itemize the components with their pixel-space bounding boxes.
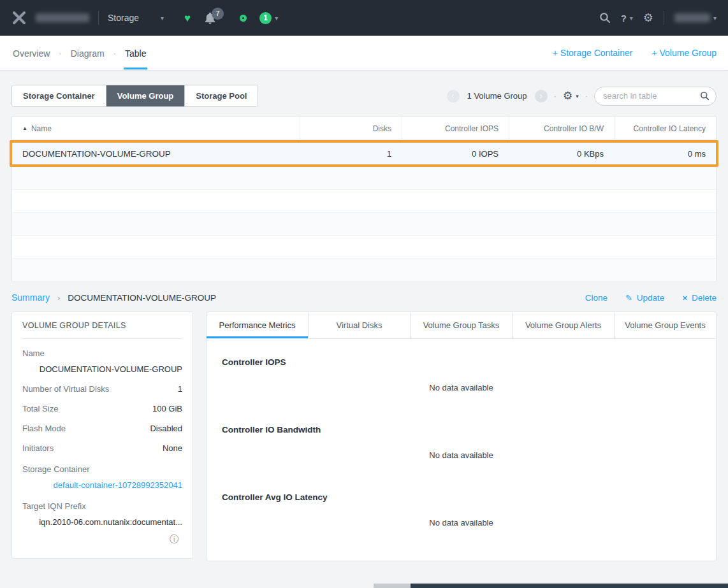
cluster-name-redacted[interactable] bbox=[36, 13, 89, 22]
subnav-tabs: Overview · Diagram · Table bbox=[11, 36, 147, 70]
field-initiators: Initiators None bbox=[22, 433, 182, 453]
add-storage-container-button[interactable]: + Storage Container bbox=[553, 48, 633, 58]
metric-controller-io-bandwidth: Controller IO Bandwidth No data availabl… bbox=[207, 406, 716, 474]
page-next-button[interactable]: › bbox=[535, 90, 548, 103]
entity-detail-panel: Performance Metrics Virtual Disks Volume… bbox=[206, 312, 717, 561]
chevron-down-icon: ▾ bbox=[576, 93, 579, 99]
column-header-controller-iops[interactable]: Controller IOPS bbox=[402, 117, 509, 140]
background-window-edge bbox=[374, 584, 411, 588]
column-header-name[interactable]: ▲ Name bbox=[12, 117, 300, 140]
gear-icon: ⚙ bbox=[563, 89, 572, 103]
table-toolbar: Storage Container Volume Group Storage P… bbox=[11, 85, 717, 107]
field-total-size: Total Size 100 GiB bbox=[22, 394, 182, 413]
main-content: Storage Container Volume Group Storage P… bbox=[0, 85, 728, 561]
chevron-down-icon: ▾ bbox=[275, 15, 278, 22]
tab-volume-group-alerts[interactable]: Volume Group Alerts bbox=[513, 312, 615, 338]
topbar-right: ? ▾ ⚙ ▾ bbox=[599, 11, 717, 25]
table-header-row: ▲ Name Disks Controller IOPS Controller … bbox=[12, 117, 716, 140]
metric-empty-label: No data available bbox=[222, 450, 701, 460]
tab-volume-group-tasks[interactable]: Volume Group Tasks bbox=[411, 312, 513, 338]
field-label: Number of Virtual Disks bbox=[22, 384, 109, 394]
summary-link[interactable]: Summary bbox=[11, 292, 50, 303]
field-value: DOCUMENTATION-VOLUME-GROUP bbox=[22, 364, 182, 374]
cell-name: DOCUMENTATION-VOLUME-GROUP bbox=[12, 149, 300, 159]
background-window-edge bbox=[411, 584, 728, 588]
column-header-controller-io-latency[interactable]: Controller IO Latency bbox=[614, 117, 716, 140]
volume-group-details-panel: VOLUME GROUP DETAILS Name DOCUMENTATION-… bbox=[11, 312, 193, 559]
tab-virtual-disks[interactable]: Virtual Disks bbox=[309, 312, 411, 338]
view-button-volume-group[interactable]: Volume Group bbox=[106, 85, 186, 106]
update-label: Update bbox=[637, 293, 665, 303]
cell-controller-io-bw: 0 KBps bbox=[509, 149, 614, 159]
selected-entity-name: DOCUMENTATION-VOLUME-GROUP bbox=[68, 293, 216, 303]
table-search-input[interactable] bbox=[603, 91, 700, 101]
table-empty-row bbox=[12, 213, 716, 236]
storage-menu-label: Storage bbox=[108, 13, 139, 23]
column-header-controller-io-bw[interactable]: Controller IO B/W bbox=[509, 117, 614, 140]
summary-breadcrumb: Summary › DOCUMENTATION-VOLUME-GROUP bbox=[11, 292, 216, 303]
tab-diagram[interactable]: Diagram bbox=[69, 36, 106, 69]
dot-separator: · bbox=[585, 91, 588, 101]
page-previous-button[interactable]: ‹ bbox=[447, 90, 460, 103]
separator bbox=[664, 11, 664, 25]
tab-volume-group-events[interactable]: Volume Group Events bbox=[615, 312, 716, 338]
field-label: Name bbox=[22, 348, 45, 358]
help-dropdown[interactable]: ? ▾ bbox=[621, 13, 633, 23]
update-button[interactable]: ✎ Update bbox=[625, 293, 664, 303]
field-number-of-virtual-disks: Number of Virtual Disks 1 bbox=[22, 374, 182, 394]
view-button-storage-pool[interactable]: Storage Pool bbox=[185, 85, 258, 106]
column-header-disks[interactable]: Disks bbox=[300, 117, 402, 140]
tab-table[interactable]: Table bbox=[124, 36, 147, 69]
field-label: Initiators bbox=[22, 443, 54, 453]
nutanix-logo-icon[interactable] bbox=[11, 10, 27, 25]
topbar: Storage ▾ ♥ 7 1 ▾ bbox=[0, 0, 728, 36]
event-count-badge: 1 bbox=[259, 12, 272, 24]
clone-label: Clone bbox=[585, 293, 608, 303]
table-row-selected[interactable]: DOCUMENTATION-VOLUME-GROUP 1 0 IOPS 0 KB… bbox=[10, 140, 718, 167]
topbar-left: Storage ▾ ♥ 7 1 ▾ bbox=[11, 10, 599, 25]
help-icon: ? bbox=[621, 13, 627, 23]
table-empty-row bbox=[12, 167, 716, 190]
column-label: Name bbox=[31, 124, 52, 133]
subnav-actions: + Storage Container + Volume Group bbox=[553, 36, 717, 70]
metric-title: Controller IO Bandwidth bbox=[222, 425, 701, 434]
field-label: Total Size bbox=[22, 404, 58, 413]
alerts-bell-button[interactable]: 7 bbox=[205, 12, 215, 24]
iqn-info-row: ⓘ bbox=[22, 533, 182, 545]
tasks-ring-icon[interactable] bbox=[240, 15, 247, 22]
add-volume-group-button[interactable]: + Volume Group bbox=[652, 48, 717, 58]
dot-separator: · bbox=[113, 48, 116, 58]
dot-separator: · bbox=[554, 91, 557, 101]
metric-controller-iops: Controller IOPS No data available bbox=[207, 339, 716, 406]
metric-title: Controller IOPS bbox=[222, 357, 701, 367]
field-label: Storage Container bbox=[22, 464, 90, 474]
metric-empty-label: No data available bbox=[222, 518, 701, 527]
volume-group-table: ▲ Name Disks Controller IOPS Controller … bbox=[11, 116, 717, 282]
field-name: Name DOCUMENTATION-VOLUME-GROUP bbox=[22, 339, 182, 374]
view-button-storage-container[interactable]: Storage Container bbox=[12, 85, 106, 106]
search-icon[interactable] bbox=[599, 12, 611, 24]
clone-button[interactable]: Clone bbox=[585, 293, 608, 303]
entity-actions: Clone ✎ Update × Delete bbox=[585, 293, 717, 303]
metric-empty-label: No data available bbox=[222, 383, 701, 392]
user-menu[interactable]: ▾ bbox=[674, 13, 717, 22]
tab-performance-metrics[interactable]: Performance Metrics bbox=[207, 312, 309, 338]
storage-container-link[interactable]: default-container-10728992352041 bbox=[22, 480, 182, 490]
tab-overview[interactable]: Overview bbox=[11, 36, 51, 69]
settings-gear-icon[interactable]: ⚙ bbox=[643, 12, 653, 24]
pencil-icon: ✎ bbox=[625, 293, 632, 303]
separator bbox=[98, 11, 99, 25]
events-dropdown[interactable]: 1 ▾ bbox=[259, 12, 278, 24]
delete-button[interactable]: × Delete bbox=[682, 293, 717, 303]
info-icon[interactable]: ⓘ bbox=[170, 534, 178, 544]
table-settings-dropdown[interactable]: ⚙ ▾ bbox=[563, 89, 579, 103]
health-heart-icon[interactable]: ♥ bbox=[184, 13, 191, 24]
cell-controller-io-latency: 0 ms bbox=[614, 149, 716, 159]
search-icon[interactable] bbox=[700, 91, 710, 101]
field-value: None bbox=[163, 443, 182, 453]
app-root: Storage ▾ ♥ 7 1 ▾ bbox=[0, 0, 728, 561]
delete-x-icon: × bbox=[682, 293, 687, 303]
entity-type-switcher: Storage Container Volume Group Storage P… bbox=[11, 85, 258, 107]
storage-menu-dropdown[interactable]: Storage ▾ bbox=[108, 13, 164, 23]
table-empty-row bbox=[12, 236, 716, 259]
